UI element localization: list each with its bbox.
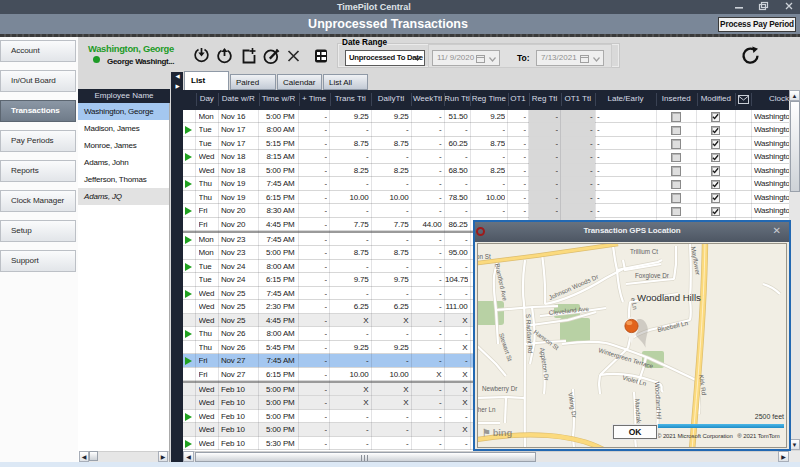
svg-text:ther Ln: ther Ln — [478, 405, 496, 412]
svg-text:Newberry Dr: Newberry Dr — [482, 385, 517, 393]
svg-text:Foxglove Dr: Foxglove Dr — [635, 272, 669, 280]
svg-text:on St: on St — [478, 253, 491, 260]
svg-text:Woodland Hills: Woodland Hills — [637, 292, 701, 303]
svg-text:Trillium Ct: Trillium Ct — [630, 248, 658, 255]
